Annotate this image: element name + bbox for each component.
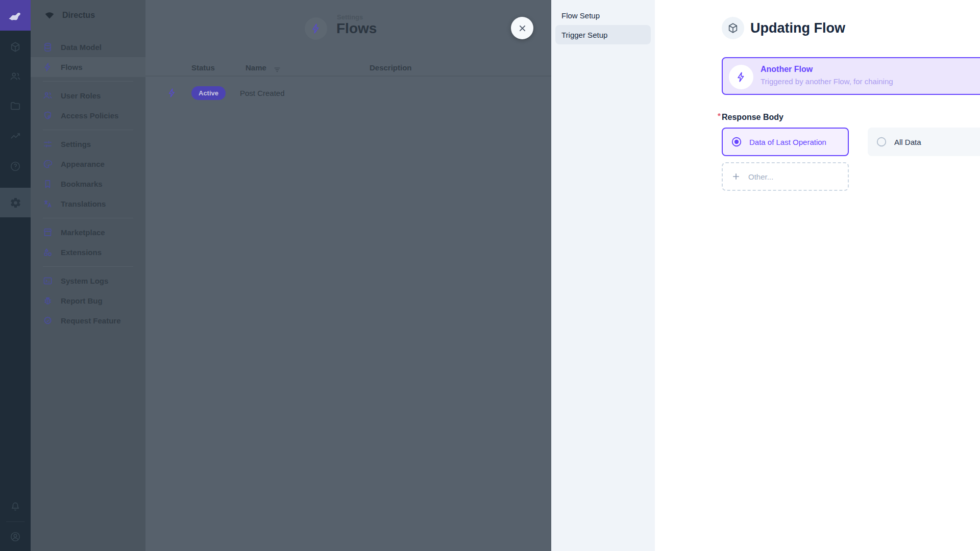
sidebar-item-label: User Roles <box>61 91 101 100</box>
palette-icon <box>43 159 53 169</box>
nav-divider <box>43 218 133 218</box>
notifications-button[interactable] <box>0 492 31 521</box>
sidebar-item-label: Access Policies <box>61 111 118 120</box>
sidebar-item-label: Marketplace <box>61 228 105 237</box>
flow-name: Post Created <box>240 89 285 97</box>
sidebar-item-translations[interactable]: Translations <box>31 194 145 214</box>
sidebar-item-flows[interactable]: Flows <box>31 57 145 77</box>
response-body-label: Response Body <box>722 113 783 122</box>
box-icon <box>727 22 739 34</box>
help-circle-icon <box>10 161 21 172</box>
drawer-nav: Flow Setup Trigger Setup <box>551 0 655 551</box>
option-data-of-last-operation[interactable]: Data of Last Operation <box>722 128 849 156</box>
sidebar-item-extensions[interactable]: Extensions <box>31 242 145 262</box>
sidebar-item-report-bug[interactable]: Report Bug <box>31 291 145 311</box>
sidebar-item-label: System Logs <box>61 277 108 285</box>
module-bar <box>0 0 31 551</box>
plus-icon <box>731 171 741 182</box>
nav-divider <box>43 130 133 130</box>
table-row[interactable]: Active Post Created <box>145 78 551 108</box>
page-header: Settings Flows <box>145 0 551 56</box>
sidebar-item-bookmarks[interactable]: Bookmarks <box>31 174 145 194</box>
trigger-type-card[interactable]: Another Flow Triggered by another Flow, … <box>722 57 980 95</box>
project-title: Directus <box>62 11 95 20</box>
sidebar-item-label: Bookmarks <box>61 180 103 188</box>
sidebar-item-appearance[interactable]: Appearance <box>31 154 145 174</box>
drawer-main: Updating Flow Another Flow Triggered by … <box>655 0 980 551</box>
storefront-icon <box>43 228 53 237</box>
trigger-icon-circle <box>729 65 753 89</box>
column-header-status[interactable]: Status <box>191 63 215 72</box>
directus-logo[interactable] <box>0 0 31 31</box>
sidebar-item-user-roles[interactable]: User Roles <box>31 86 145 106</box>
database-icon <box>43 42 53 52</box>
directus-app: Directus Data Model Flows User Rol <box>0 0 980 551</box>
radio-unselected-icon <box>876 136 887 147</box>
column-header-name[interactable]: Name <box>246 63 266 72</box>
project-header[interactable]: Directus <box>31 0 145 31</box>
bolt-icon <box>167 88 177 98</box>
other-option-label: Other... <box>748 172 773 181</box>
folder-icon <box>10 101 21 112</box>
module-settings[interactable] <box>0 188 31 217</box>
account-circle-icon <box>10 531 21 542</box>
project-signal-icon <box>44 10 55 21</box>
terminal-icon <box>43 276 53 286</box>
other-option-button[interactable]: Other... <box>722 162 849 191</box>
radio-selected-icon <box>731 136 742 147</box>
page-icon-circle[interactable] <box>305 17 327 40</box>
extensions-icon <box>43 247 53 257</box>
sidebar-item-settings[interactable]: Settings <box>31 134 145 154</box>
breadcrumb[interactable]: Settings <box>337 13 363 21</box>
tune-icon <box>43 139 53 149</box>
sidebar-item-request-feature[interactable]: Request Feature <box>31 311 145 331</box>
table-header-row: Status Name Description <box>145 61 551 77</box>
option-label: All Data <box>894 138 921 146</box>
translate-icon <box>43 199 53 209</box>
gear-icon <box>10 197 21 209</box>
verified-icon <box>43 316 53 325</box>
status-badge: Active <box>191 86 226 100</box>
cube-icon <box>10 41 21 53</box>
sidebar-item-label: Flows <box>61 63 83 71</box>
sidebar-item-system-logs[interactable]: System Logs <box>31 271 145 291</box>
bug-icon <box>43 296 53 306</box>
sidebar-item-label: Appearance <box>61 160 105 168</box>
sort-icon[interactable] <box>273 65 281 73</box>
bolt-icon <box>736 71 747 83</box>
shield-lock-icon <box>43 111 53 120</box>
module-content[interactable] <box>0 32 31 62</box>
sidebar-item-marketplace[interactable]: Marketplace <box>31 222 145 242</box>
option-all-data[interactable]: All Data <box>868 128 980 156</box>
close-icon <box>518 23 527 33</box>
option-label: Data of Last Operation <box>749 138 826 146</box>
bell-icon <box>10 501 21 512</box>
sidebar-item-label: Settings <box>61 140 91 148</box>
nav-divider <box>43 266 133 267</box>
nav-list: Data Model Flows User Roles Access Pol <box>31 31 145 331</box>
sidebar-item-access-policies[interactable]: Access Policies <box>31 106 145 126</box>
module-help[interactable] <box>0 152 31 181</box>
sidebar-item-data-model[interactable]: Data Model <box>31 37 145 57</box>
account-button[interactable] <box>0 522 31 551</box>
module-users[interactable] <box>0 62 31 91</box>
nav-divider <box>43 81 133 82</box>
navigation-sidebar: Directus Data Model Flows User Rol <box>31 0 145 551</box>
module-files[interactable] <box>0 91 31 121</box>
sidebar-item-label: Translations <box>61 199 106 208</box>
user-roles-icon <box>43 91 53 101</box>
sidebar-item-label: Request Feature <box>61 316 121 325</box>
drawer-icon-circle <box>722 17 744 39</box>
sidebar-item-label: Report Bug <box>61 296 103 305</box>
trending-up-icon <box>10 131 21 142</box>
column-header-description[interactable]: Description <box>370 63 412 72</box>
trigger-card-subtitle: Triggered by another Flow, for chaining <box>761 77 893 86</box>
drawer-nav-flow-setup[interactable]: Flow Setup <box>555 6 651 25</box>
drawer-nav-trigger-setup[interactable]: Trigger Setup <box>555 25 651 44</box>
close-drawer-button[interactable] <box>511 17 533 39</box>
module-insights[interactable] <box>0 121 31 151</box>
flows-page: Settings Flows Status Name Description A… <box>145 0 551 551</box>
module-bar-divider <box>6 521 24 522</box>
users-icon <box>10 71 21 82</box>
drawer-title: Updating Flow <box>750 20 845 36</box>
